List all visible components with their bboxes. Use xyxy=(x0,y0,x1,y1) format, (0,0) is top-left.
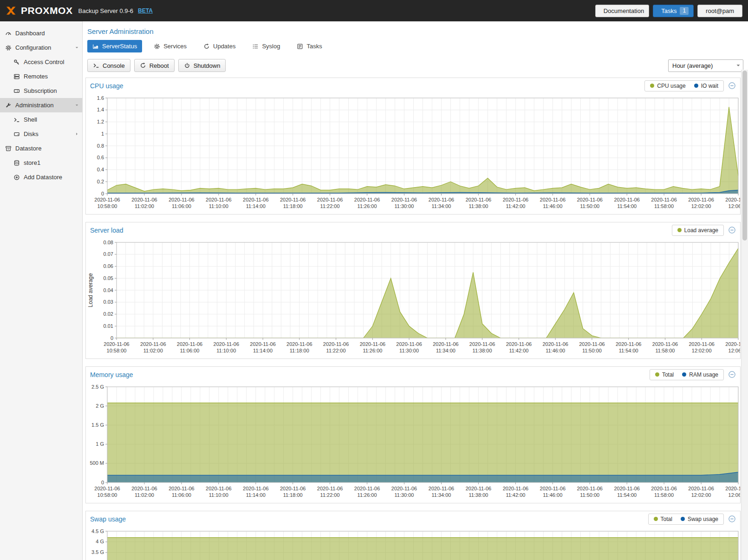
sidebar-item-shell[interactable]: Shell xyxy=(0,112,82,127)
panel-cpu: CPU usageCPU usageIO wait00.20.40.60.811… xyxy=(85,78,741,215)
legend-item-ram-usage: RAM usage xyxy=(682,371,718,378)
top-header: PROXMOX Backup Server 0.9-6 BETA Documen… xyxy=(0,0,748,21)
tab-tasks[interactable]: Tasks xyxy=(292,40,327,52)
sidebar-item-dashboard[interactable]: Dashboard xyxy=(0,26,82,40)
caret-down-icon xyxy=(74,45,79,50)
legend-item-total: Total xyxy=(654,516,672,522)
svg-text:11:02:00: 11:02:00 xyxy=(135,492,154,498)
proxmox-x-icon xyxy=(6,5,18,16)
svg-text:0.06: 0.06 xyxy=(104,263,113,269)
svg-text:11:18:00: 11:18:00 xyxy=(290,348,309,353)
collapse-panel-button[interactable] xyxy=(728,226,736,234)
sidebar-item-subscription[interactable]: Subscription xyxy=(0,84,82,98)
chart-memory: 0500 M1 G1.5 G2 G2.5 G2020-11-0610:58:00… xyxy=(86,382,740,503)
gear-icon xyxy=(5,45,12,51)
svg-text:11:54:00: 11:54:00 xyxy=(617,492,637,498)
sidebar-item-label: store1 xyxy=(24,159,40,166)
tab-label: Tasks xyxy=(306,43,322,50)
svg-text:0.05: 0.05 xyxy=(104,275,113,281)
legend-dot xyxy=(682,372,686,377)
tasks-button[interactable]: Tasks 1 xyxy=(653,5,694,17)
svg-text:11:06:00: 11:06:00 xyxy=(172,492,191,498)
sidebar-item-label: Subscription xyxy=(24,87,57,94)
tab-label: ServerStatus xyxy=(102,43,137,50)
power-icon xyxy=(184,62,190,69)
svg-text:12:06:00: 12:06:00 xyxy=(728,203,740,209)
button-label: Shutdown xyxy=(194,62,221,69)
beta-link[interactable]: BETA xyxy=(138,7,153,14)
ticket-icon xyxy=(13,88,20,94)
interval-select[interactable]: Hour (average) xyxy=(668,59,743,72)
svg-text:11:46:00: 11:46:00 xyxy=(543,492,562,498)
svg-text:2020-11-06: 2020-11-06 xyxy=(250,341,275,347)
svg-text:2020-11-06: 2020-11-06 xyxy=(286,341,312,347)
svg-text:2020-11-06: 2020-11-06 xyxy=(651,486,676,491)
documentation-button[interactable]: Documentation xyxy=(595,5,649,17)
svg-text:2020-11-06: 2020-11-06 xyxy=(131,486,157,491)
user-menu-button[interactable]: root@pam xyxy=(697,5,742,17)
shutdown-button[interactable]: Shutdown xyxy=(178,59,226,72)
svg-text:2020-11-06: 2020-11-06 xyxy=(689,341,714,347)
sidebar: DashboardConfigurationAccess ControlRemo… xyxy=(0,21,83,560)
svg-text:Load average: Load average xyxy=(87,273,94,307)
console-button[interactable]: Console xyxy=(87,59,130,72)
caret-down-icon xyxy=(74,103,79,108)
collapse-panel-button[interactable] xyxy=(728,515,736,523)
svg-text:2020-11-06: 2020-11-06 xyxy=(429,197,454,202)
svg-text:2020-11-06: 2020-11-06 xyxy=(652,341,678,347)
tab-syslog[interactable]: Syslog xyxy=(247,40,285,52)
svg-text:2020-11-06: 2020-11-06 xyxy=(280,197,306,202)
tab-serverstatus[interactable]: ServerStatus xyxy=(87,40,142,52)
legend: TotalRAM usage xyxy=(650,369,724,380)
gauge-icon xyxy=(5,30,12,37)
svg-text:11:38:00: 11:38:00 xyxy=(473,348,492,353)
svg-text:11:42:00: 11:42:00 xyxy=(506,492,525,498)
svg-text:0.08: 0.08 xyxy=(104,240,113,245)
tab-updates[interactable]: Updates xyxy=(198,40,241,52)
chart-swap: 0500 M1 G1.5 G2 G2.5 G3 G3.5 G4 G4.5 G20… xyxy=(86,527,740,560)
sidebar-item-label: Dashboard xyxy=(15,30,45,37)
collapse-panel-button[interactable] xyxy=(728,82,736,90)
svg-text:500 M: 500 M xyxy=(90,460,104,466)
sidebar-item-store1[interactable]: store1 xyxy=(0,156,82,170)
svg-text:11:30:00: 11:30:00 xyxy=(399,348,419,353)
sidebar-item-datastore[interactable]: Datastore xyxy=(0,141,82,156)
sidebar-item-label: Configuration xyxy=(15,44,51,51)
panel-title: Server load xyxy=(90,227,124,234)
vertical-scrollbar[interactable] xyxy=(741,70,748,560)
svg-text:10:58:00: 10:58:00 xyxy=(107,348,127,353)
panel-header: Server loadLoad average xyxy=(86,222,740,238)
panel-swap: Swap usageTotalSwap usage0500 M1 G1.5 G2… xyxy=(85,511,741,560)
sidebar-item-configuration[interactable]: Configuration xyxy=(0,40,82,55)
reboot-button[interactable]: Reboot xyxy=(134,59,175,72)
tasks-label: Tasks xyxy=(661,7,676,14)
tab-services[interactable]: Services xyxy=(149,40,192,52)
panel-header: Memory usageTotalRAM usage xyxy=(86,367,740,382)
tab-label: Syslog xyxy=(262,43,280,50)
sidebar-item-remotes[interactable]: Remotes xyxy=(0,69,82,84)
sidebar-item-add-datastore[interactable]: Add Datastore xyxy=(0,170,82,184)
svg-text:1.6: 1.6 xyxy=(97,95,104,101)
svg-text:2020-11-06: 2020-11-06 xyxy=(503,197,528,202)
svg-text:2020-11-06: 2020-11-06 xyxy=(725,197,740,202)
legend-label: IO wait xyxy=(701,83,718,89)
svg-text:11:26:00: 11:26:00 xyxy=(358,492,377,498)
tab-label: Services xyxy=(163,43,187,50)
legend-item-swap-usage: Swap usage xyxy=(681,516,718,522)
tasklist-icon xyxy=(297,43,303,50)
sidebar-item-disks[interactable]: Disks xyxy=(0,127,82,141)
panel-header: Swap usageTotalSwap usage xyxy=(86,511,740,527)
collapse-panel-button[interactable] xyxy=(728,371,736,378)
scrollbar-thumb[interactable] xyxy=(742,71,747,241)
sidebar-item-label: Disks xyxy=(24,130,39,137)
svg-text:1.5 G: 1.5 G xyxy=(91,422,104,428)
terminal-icon xyxy=(93,62,99,69)
svg-text:11:58:00: 11:58:00 xyxy=(654,492,674,498)
svg-text:2020-11-06: 2020-11-06 xyxy=(131,197,157,202)
sidebar-item-label: Shell xyxy=(24,116,37,123)
sidebar-item-access-control[interactable]: Access Control xyxy=(0,55,82,69)
svg-text:2020-11-06: 2020-11-06 xyxy=(579,341,605,347)
sidebar-item-administration[interactable]: Administration xyxy=(0,98,82,112)
legend-dot xyxy=(650,84,654,88)
svg-text:2020-11-06: 2020-11-06 xyxy=(360,341,385,347)
